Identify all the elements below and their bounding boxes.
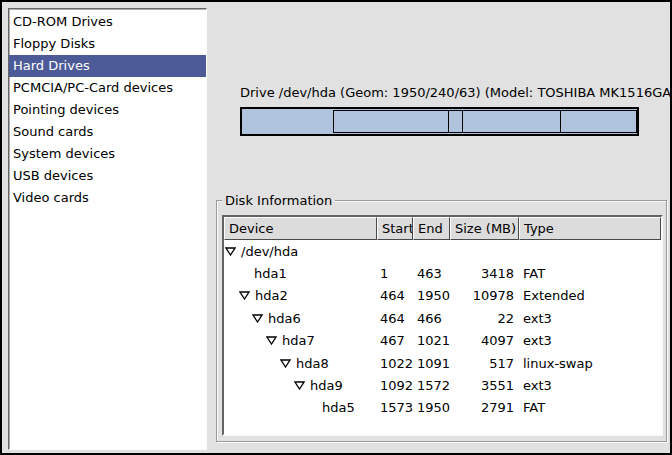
end-value: 463 [413, 266, 450, 281]
start-value: 1573 [377, 400, 413, 415]
sidebar-item-video-cards[interactable]: Video cards [9, 187, 206, 209]
sidebar-item-cdrom-drives[interactable]: CD-ROM Drives [9, 11, 206, 33]
size-value: 3551 [450, 378, 519, 393]
type-value: FAT [519, 400, 661, 415]
start-value: 1 [377, 266, 413, 281]
size-value: 3418 [450, 266, 519, 281]
table-row[interactable]: hda2 464 1950 10978 Extended [224, 285, 661, 307]
type-value: FAT [519, 266, 661, 281]
type-value: ext3 [519, 311, 661, 326]
sidebar-item-pointing-devices[interactable]: Pointing devices [9, 99, 206, 121]
start-value: 1092 [377, 378, 413, 393]
device-name: hda1 [254, 266, 287, 281]
end-value: 1021 [413, 333, 450, 348]
table-row[interactable]: /dev/hda [224, 240, 661, 262]
device-name: hda8 [296, 356, 329, 371]
size-value: 22 [450, 311, 519, 326]
table-row[interactable]: hda5 1573 1950 2791 FAT [224, 397, 661, 419]
start-value: 464 [377, 311, 413, 326]
end-value: 466 [413, 311, 450, 326]
sidebar-item-system-devices[interactable]: System devices [9, 143, 206, 165]
start-value: 467 [377, 333, 413, 348]
hardware-browser-window: CD-ROM Drives Floppy Disks Hard Drives P… [0, 0, 672, 455]
drive-geometry-label: Drive /dev/hda (Geom: 1950/240/63) (Mode… [240, 85, 639, 100]
size-value: 4097 [450, 333, 519, 348]
sidebar-item-usb-devices[interactable]: USB devices [9, 165, 206, 187]
device-name: hda7 [282, 333, 315, 348]
device-category-list: CD-ROM Drives Floppy Disks Hard Drives P… [8, 8, 207, 450]
column-header-start[interactable]: Start [377, 217, 413, 240]
size-value: 517 [450, 356, 519, 371]
disk-information-table: Device Start End Size (MB) Type /dev/hda [222, 215, 663, 436]
type-value: Extended [519, 288, 661, 303]
disk-information-title: Disk Information [222, 193, 335, 208]
start-value: 464 [377, 288, 413, 303]
partition-extended-hda2 [333, 110, 637, 133]
type-value: ext3 [519, 378, 661, 393]
expander-icon[interactable] [280, 359, 291, 368]
type-value: linux-swap [519, 356, 661, 371]
partition-divider-hda8-hda9 [462, 111, 463, 132]
table-header-row: Device Start End Size (MB) Type [224, 217, 661, 240]
table-row[interactable]: hda6 464 466 22 ext3 [224, 307, 661, 329]
table-row[interactable]: hda1 1 463 3418 FAT [224, 262, 661, 284]
start-value: 1022 [377, 356, 413, 371]
partition-bar [240, 107, 639, 136]
size-value: 2791 [450, 400, 519, 415]
table-row[interactable]: hda7 467 1021 4097 ext3 [224, 330, 661, 352]
column-header-device[interactable]: Device [224, 217, 377, 240]
column-header-size[interactable]: Size (MB) [450, 217, 519, 240]
sidebar-item-floppy-disks[interactable]: Floppy Disks [9, 33, 206, 55]
device-name: /dev/hda [241, 244, 298, 259]
expander-icon[interactable] [266, 336, 277, 345]
partition-segment-hda1 [242, 109, 333, 134]
end-value: 1950 [413, 400, 450, 415]
column-header-end[interactable]: End [413, 217, 450, 240]
end-value: 1091 [413, 356, 450, 371]
type-value: ext3 [519, 333, 661, 348]
device-name: hda2 [255, 288, 288, 303]
sidebar-item-sound-cards[interactable]: Sound cards [9, 121, 206, 143]
expander-icon[interactable] [252, 314, 263, 323]
expander-icon[interactable] [225, 247, 236, 256]
end-value: 1572 [413, 378, 450, 393]
sidebar-item-hard-drives[interactable]: Hard Drives [9, 55, 206, 77]
column-header-type[interactable]: Type [519, 217, 661, 240]
table-row[interactable]: hda8 1022 1091 517 linux-swap [224, 352, 661, 374]
table-row[interactable]: hda9 1092 1572 3551 ext3 [224, 374, 661, 396]
disk-information-groupbox: Disk Information Device Start End Size (… [216, 200, 667, 442]
device-name: hda6 [268, 311, 301, 326]
device-name: hda5 [322, 400, 355, 415]
size-value: 10978 [450, 288, 519, 303]
partition-divider-hda7-hda8 [448, 111, 449, 132]
device-name: hda9 [310, 378, 343, 393]
end-value: 1950 [413, 288, 450, 303]
sidebar-item-pcmcia-devices[interactable]: PCMCIA/PC-Card devices [9, 77, 206, 99]
expander-icon[interactable] [294, 381, 305, 390]
expander-icon[interactable] [239, 291, 250, 300]
partition-divider-hda9-hda5 [560, 111, 561, 132]
